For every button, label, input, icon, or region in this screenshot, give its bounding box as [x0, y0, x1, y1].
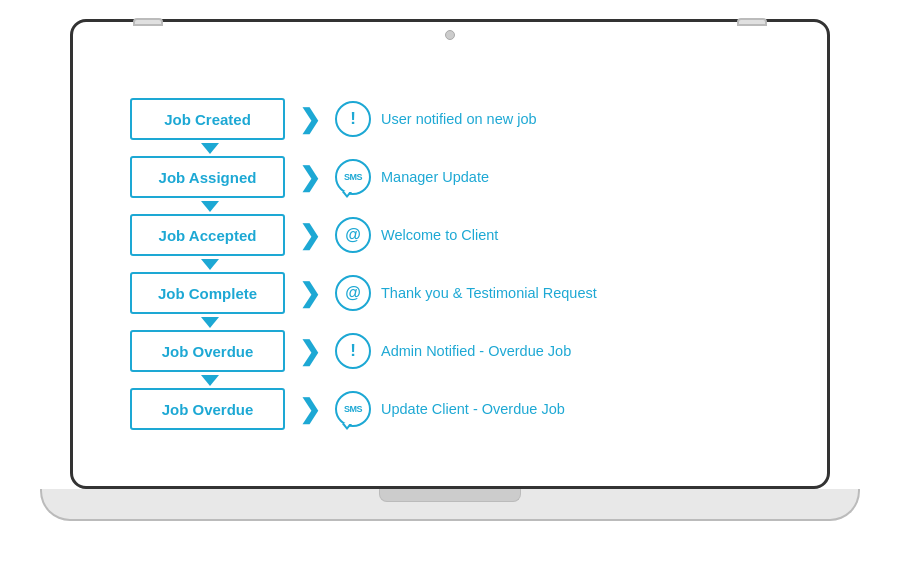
exclamation-icon: ! [335, 333, 371, 369]
action-area: @Thank you & Testimonial Request [335, 275, 770, 311]
arrow-down-icon [201, 259, 219, 270]
action-label: User notified on new job [381, 111, 537, 127]
connector-col [130, 142, 290, 155]
arrow-down-icon [201, 375, 219, 386]
flow-row: Job Assigned❯SMSManager Update [130, 156, 770, 198]
connector-row [130, 200, 770, 212]
chevron-right-icon: ❯ [299, 164, 321, 190]
connector-row [130, 258, 770, 270]
chevron-right-icon: ❯ [299, 396, 321, 422]
action-label: Manager Update [381, 169, 489, 185]
job-box-label: Job Complete [158, 285, 257, 302]
job-box: Job Accepted [130, 214, 285, 256]
flow-row: Job Complete❯@Thank you & Testimonial Re… [130, 272, 770, 314]
chevron-right-icon: ❯ [299, 222, 321, 248]
job-box: Job Complete [130, 272, 285, 314]
laptop-base [40, 489, 860, 521]
exclamation-icon: ! [335, 101, 371, 137]
job-box: Job Assigned [130, 156, 285, 198]
at-icon: @ [335, 275, 371, 311]
sms-icon: SMS [335, 159, 371, 195]
job-box-label: Job Assigned [159, 169, 257, 186]
laptop-mockup: Job Created❯!User notified on new jobJob… [40, 19, 860, 559]
action-area: @Welcome to Client [335, 217, 770, 253]
screen-content: Job Created❯!User notified on new jobJob… [110, 54, 790, 474]
laptop-screen: Job Created❯!User notified on new jobJob… [70, 19, 830, 489]
flow-row: Job Accepted❯@Welcome to Client [130, 214, 770, 256]
connector-row [130, 142, 770, 154]
arrow-down-icon [201, 201, 219, 212]
job-box-label: Job Overdue [162, 343, 254, 360]
hinge-left [133, 18, 163, 26]
connector-col [130, 316, 290, 329]
arrow-down-icon [201, 143, 219, 154]
flow-row: Job Created❯!User notified on new job [130, 98, 770, 140]
job-box-label: Job Accepted [159, 227, 257, 244]
action-area: SMSManager Update [335, 159, 770, 195]
job-box-label: Job Created [164, 111, 251, 128]
action-label: Welcome to Client [381, 227, 498, 243]
connector-col [130, 374, 290, 387]
job-box: Job Overdue [130, 330, 285, 372]
action-label: Admin Notified - Overdue Job [381, 343, 571, 359]
sms-icon: SMS [335, 391, 371, 427]
arrow-down-icon [201, 317, 219, 328]
action-label: Thank you & Testimonial Request [381, 285, 597, 301]
chevron-right-icon: ❯ [299, 106, 321, 132]
chevron-right-icon: ❯ [299, 280, 321, 306]
connector-col [130, 200, 290, 213]
action-area: !Admin Notified - Overdue Job [335, 333, 770, 369]
connector-row [130, 374, 770, 386]
job-box: Job Overdue [130, 388, 285, 430]
job-box-label: Job Overdue [162, 401, 254, 418]
job-box: Job Created [130, 98, 285, 140]
connector-row [130, 316, 770, 328]
action-area: !User notified on new job [335, 101, 770, 137]
at-icon: @ [335, 217, 371, 253]
flow-row: Job Overdue❯!Admin Notified - Overdue Jo… [130, 330, 770, 372]
hinge-right [737, 18, 767, 26]
action-label: Update Client - Overdue Job [381, 401, 565, 417]
chevron-right-icon: ❯ [299, 338, 321, 364]
action-area: SMSUpdate Client - Overdue Job [335, 391, 770, 427]
flow-row: Job Overdue❯SMSUpdate Client - Overdue J… [130, 388, 770, 430]
connector-col [130, 258, 290, 271]
